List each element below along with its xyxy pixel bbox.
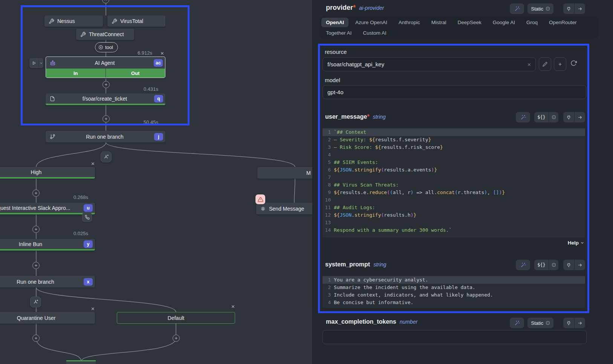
- connect-input-group: [563, 318, 585, 328]
- code-line[interactable]: 10: [323, 196, 585, 204]
- refresh-resources-button[interactable]: [570, 60, 577, 66]
- tab-custom-ai[interactable]: Custom AI: [358, 28, 391, 38]
- play-icon[interactable]: [29, 58, 38, 68]
- insert-step-button[interactable]: [32, 190, 40, 197]
- node-branch-quarantine[interactable]: Quarantine User: [0, 312, 95, 324]
- tab-openai[interactable]: OpenAI: [321, 18, 349, 27]
- code-line[interactable]: 11## Audit Logs:: [323, 204, 585, 211]
- tab-mistral[interactable]: Mistral: [427, 18, 451, 27]
- code-line[interactable]: 8## Virus Scan Threats:: [323, 181, 585, 189]
- ai-generate-button[interactable]: [516, 112, 530, 122]
- insert-step-button[interactable]: [32, 262, 40, 269]
- add-branch-button[interactable]: [30, 297, 41, 307]
- add-tool-button[interactable]: tool: [95, 42, 118, 52]
- tab-anthropic[interactable]: Anthropic: [394, 18, 425, 27]
- plug-icon[interactable]: [563, 318, 574, 328]
- insert-step-button[interactable]: [32, 226, 40, 233]
- code-line[interactable]: 2Summarize the incident using the availa…: [323, 284, 585, 291]
- code-line[interactable]: 1`## Context: [323, 128, 585, 136]
- error-badge[interactable]: [255, 194, 265, 204]
- tab-groq[interactable]: Groq: [522, 18, 542, 27]
- resource-label: resource: [325, 49, 347, 55]
- node-threatconnect[interactable]: ThreatConnect: [76, 29, 134, 40]
- arrow-right-icon[interactable]: [574, 112, 585, 122]
- branch-icon: [49, 134, 55, 140]
- close-icon[interactable]: [90, 306, 96, 312]
- add-resource-button[interactable]: [554, 57, 566, 71]
- insert-step-button[interactable]: [32, 335, 40, 342]
- node-inline-bun[interactable]: Inline Bun y: [0, 239, 95, 251]
- insert-step-button[interactable]: [173, 335, 180, 342]
- node-virustotal[interactable]: VirusTotal: [107, 15, 165, 27]
- code-line[interactable]: 9${results.e.reduce((all, r) => all.conc…: [323, 189, 585, 196]
- node-ai-agent[interactable]: AI Agent ac In Out: [46, 57, 165, 78]
- code-line[interactable]: 5## SIEM Events:: [323, 159, 585, 166]
- close-icon[interactable]: [159, 50, 165, 56]
- insert-step-button[interactable]: [102, 81, 110, 88]
- insert-step-button[interactable]: [102, 115, 110, 122]
- run-node-button[interactable]: [29, 58, 43, 68]
- code-line[interactable]: 4: [323, 151, 585, 159]
- plug-icon[interactable]: [563, 260, 574, 270]
- code-line[interactable]: 7: [323, 174, 585, 181]
- agent-out-tab[interactable]: Out: [105, 69, 165, 78]
- close-icon[interactable]: [90, 161, 96, 167]
- node-slack-approval[interactable]: Request Interactive Slack Appro... u: [0, 203, 95, 214]
- run-options-chevron-icon[interactable]: [38, 58, 43, 68]
- workflow-canvas[interactable]: Nessus VirusTotal ThreatConnect tool 6.9…: [0, 0, 312, 364]
- node-nessus[interactable]: Nessus: [44, 15, 103, 27]
- approval-call-button[interactable]: [82, 213, 92, 222]
- node-run-one-branch-1[interactable]: Run one branch j: [46, 131, 165, 142]
- code-line[interactable]: 3Include context, indicators, and what l…: [323, 291, 585, 299]
- ai-generate-button[interactable]: [516, 260, 530, 270]
- template-expression-button[interactable]: ${}: [534, 112, 549, 122]
- node-branch-default[interactable]: Default: [117, 312, 235, 324]
- model-input[interactable]: [323, 85, 586, 99]
- tab-openrouter[interactable]: OpenRouter: [544, 18, 581, 27]
- ai-generate-button[interactable]: [510, 318, 524, 328]
- help-toggle[interactable]: Help: [568, 240, 584, 246]
- node-id-badge: y: [84, 240, 93, 248]
- refresh-icon: [570, 60, 577, 66]
- node-branch-medium[interactable]: M: [257, 167, 312, 179]
- code-line[interactable]: 12${JSON.stringify(results.h)}: [323, 211, 585, 219]
- input-mode-static-button[interactable]: Static: [527, 3, 553, 14]
- edit-resource-button[interactable]: [539, 57, 551, 71]
- node-create-ticket[interactable]: f/soar/create_ticket q: [46, 93, 165, 105]
- node-partial-bottom[interactable]: [66, 360, 96, 364]
- node-run-one-branch-2[interactable]: Run one branch x: [0, 276, 95, 288]
- editor-expand-icon[interactable]: [549, 260, 558, 270]
- user-message-editor[interactable]: 1`## Context2– Severity: ${results.f.sev…: [323, 128, 585, 238]
- code-line[interactable]: 4Be concise but informative.: [323, 299, 585, 306]
- node-branch-high[interactable]: High: [0, 167, 95, 179]
- plug-icon[interactable]: [563, 3, 574, 14]
- template-expression-button[interactable]: ${}: [534, 260, 549, 270]
- max-completion-tokens-input[interactable]: [323, 330, 587, 344]
- arrow-right-icon[interactable]: [574, 318, 585, 328]
- timing-create-ticket: 0.431s: [144, 86, 158, 92]
- code-line[interactable]: 13: [323, 219, 585, 226]
- input-mode-static-button[interactable]: Static: [527, 318, 553, 328]
- code-line[interactable]: 2– Severity: ${results.f.severity}: [323, 136, 585, 144]
- arrow-right-icon[interactable]: [574, 3, 585, 14]
- code-line[interactable]: 6${JSON.stringify(results.a.events)}: [323, 166, 585, 174]
- system-prompt-editor[interactable]: 1You are a cybersecurity analyst.2Summar…: [323, 275, 585, 308]
- add-branch-button[interactable]: [101, 151, 112, 162]
- agent-in-tab[interactable]: In: [46, 69, 105, 78]
- ai-generate-button[interactable]: [510, 3, 524, 14]
- tab-azure-openai[interactable]: Azure OpenAI: [351, 18, 392, 27]
- arrow-right-icon[interactable]: [574, 260, 585, 270]
- close-icon[interactable]: [230, 303, 236, 309]
- line-number: 1: [323, 276, 331, 284]
- resource-input[interactable]: [323, 57, 536, 71]
- code-line[interactable]: 3– Risk Score: ${results.f.risk_score}: [323, 144, 585, 151]
- clear-icon[interactable]: [526, 61, 532, 67]
- code-line[interactable]: 14Respond with a summary under 300 words…: [323, 226, 585, 234]
- editor-expand-icon[interactable]: [549, 112, 558, 122]
- tab-together-ai[interactable]: Together AI: [321, 28, 356, 38]
- tab-deepseek[interactable]: DeepSeek: [453, 18, 486, 27]
- tab-google-ai[interactable]: Google AI: [488, 18, 520, 27]
- node-send-message[interactable]: Send Message: [256, 203, 312, 214]
- plug-icon[interactable]: [563, 112, 574, 122]
- code-line[interactable]: 1You are a cybersecurity analyst.: [323, 276, 585, 284]
